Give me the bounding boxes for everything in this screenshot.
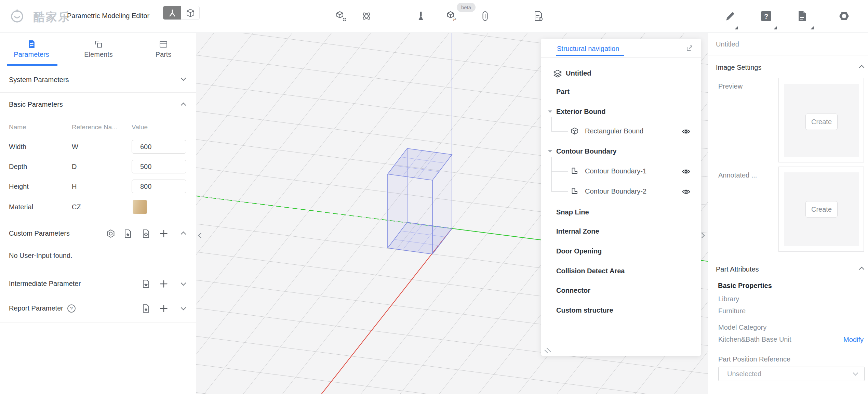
active-tab-underline bbox=[7, 64, 57, 66]
tree-item-door-opening[interactable]: Door Opening bbox=[541, 245, 701, 258]
doc-circle-icon bbox=[142, 229, 150, 238]
nut-icon bbox=[838, 11, 850, 22]
panel-resize-handle[interactable] bbox=[543, 345, 551, 355]
model-bounding-box[interactable] bbox=[388, 148, 452, 254]
tree-item-label: Connector bbox=[556, 287, 590, 294]
resize-grip-icon bbox=[543, 345, 551, 353]
parametric-mode-button[interactable] bbox=[163, 6, 181, 19]
tree-item-contour-boundary[interactable]: Contour Boundary bbox=[541, 145, 701, 158]
intermediate-favorite-doc-button[interactable] bbox=[142, 279, 150, 288]
component-library-button[interactable] bbox=[334, 9, 348, 23]
depth-value-input[interactable] bbox=[132, 160, 186, 173]
tree-item-label: Contour Boundary bbox=[556, 147, 617, 155]
right-properties-panel: Untitled Image Settings Preview Create A… bbox=[708, 33, 868, 394]
system-parameters-collapse-chevron[interactable] bbox=[181, 76, 186, 81]
left-panel-tabbar: Parameters Elements Part bbox=[0, 33, 196, 67]
document-settings-button[interactable] bbox=[532, 9, 545, 23]
part-position-reference-label: Part Position Reference bbox=[718, 355, 790, 363]
plus-icon bbox=[159, 304, 168, 313]
svg-text:?: ? bbox=[70, 306, 73, 311]
tab-parts[interactable]: Parts bbox=[139, 33, 187, 66]
report-favorite-doc-button[interactable] bbox=[142, 304, 150, 313]
custom-params-settings-button[interactable] bbox=[106, 229, 115, 238]
parametric-skeleton-icon bbox=[168, 8, 177, 18]
model-mode-button[interactable] bbox=[181, 6, 199, 19]
logo-text: 酷家乐 bbox=[34, 10, 70, 25]
custom-parameters-collapse-chevron[interactable] bbox=[181, 232, 186, 237]
height-value-input[interactable] bbox=[132, 180, 186, 193]
report-help-icon[interactable]: ? bbox=[67, 304, 76, 313]
kujiale-logo-icon[interactable] bbox=[10, 9, 25, 25]
preview-label: Preview bbox=[718, 82, 743, 90]
report-add-button[interactable] bbox=[159, 304, 168, 313]
modify-category-link[interactable]: Modify bbox=[843, 336, 864, 344]
image-settings-collapse-chevron[interactable] bbox=[859, 65, 865, 70]
tree-item-label: Rectangular Bound bbox=[585, 127, 643, 135]
tree-item-untitled[interactable]: Untitled bbox=[541, 67, 701, 80]
tree-item-snap-line[interactable]: Snap Line bbox=[541, 206, 701, 219]
part-attributes-title: Part Attributes bbox=[716, 265, 759, 273]
contour-icon bbox=[571, 187, 578, 196]
library-label: Library bbox=[718, 295, 739, 303]
visibility-eye-icon[interactable] bbox=[682, 168, 690, 176]
tree-item-connector[interactable]: Connector bbox=[541, 284, 701, 298]
intermediate-collapse-chevron[interactable] bbox=[181, 280, 186, 286]
part-position-reference-select[interactable]: Unselected bbox=[718, 367, 865, 381]
intermediate-add-button[interactable] bbox=[159, 279, 168, 288]
parts-icon bbox=[139, 40, 187, 49]
tab-elements[interactable]: Elements bbox=[75, 33, 122, 66]
material-swatch[interactable] bbox=[133, 200, 147, 214]
formula-model-button[interactable]: fx bbox=[445, 9, 459, 23]
custom-params-import-doc-button[interactable] bbox=[142, 229, 150, 238]
model-category-value: Kitchen&Bath Base Unit bbox=[718, 336, 791, 343]
tree-item-contour-boundary-2[interactable]: Contour Boundary-2 bbox=[541, 185, 701, 198]
tree-item-custom-structure[interactable]: Custom structure bbox=[541, 304, 701, 317]
param-ref: D bbox=[72, 163, 77, 171]
width-value-input[interactable] bbox=[132, 140, 186, 154]
cube-grid-icon bbox=[336, 11, 347, 22]
left-panel-collapse-handle[interactable] bbox=[196, 228, 205, 243]
cube-fx-icon: fx bbox=[446, 11, 458, 22]
dropdown-corner-icon bbox=[811, 26, 814, 29]
report-collapse-chevron[interactable] bbox=[181, 305, 186, 311]
tree-item-part[interactable]: Part bbox=[541, 85, 701, 99]
measure-tool-button[interactable] bbox=[414, 9, 428, 23]
param-ref: W bbox=[72, 143, 78, 151]
custom-params-add-button[interactable] bbox=[159, 229, 168, 238]
selected-option: Unselected bbox=[727, 370, 761, 378]
dropdown-corner-icon bbox=[774, 26, 777, 29]
create-preview-button[interactable]: Create bbox=[805, 114, 838, 130]
edit-button[interactable] bbox=[723, 9, 737, 23]
create-annotated-button[interactable]: Create bbox=[805, 201, 838, 218]
document-button[interactable] bbox=[795, 9, 809, 23]
cube-icon bbox=[186, 9, 195, 17]
param-ref: H bbox=[72, 183, 77, 191]
tab-parameters[interactable]: Parameters bbox=[8, 33, 55, 66]
part-name-field[interactable]: Untitled bbox=[716, 40, 739, 48]
part-attributes-collapse-chevron[interactable] bbox=[859, 267, 865, 272]
visibility-eye-icon[interactable] bbox=[682, 188, 690, 196]
column-header-value: Value bbox=[132, 123, 148, 131]
tree-item-exterior-bound[interactable]: Exterior Bound bbox=[541, 105, 701, 119]
annotated-image-box: Create bbox=[778, 167, 864, 252]
system-parameters-title: System Parameters bbox=[9, 76, 69, 84]
basic-parameters-collapse-chevron[interactable] bbox=[181, 103, 186, 108]
custom-params-favorite-doc-button[interactable] bbox=[123, 229, 132, 238]
height-adjust-button[interactable] bbox=[478, 9, 492, 23]
tree-item-internal-zone[interactable]: Internal Zone bbox=[541, 225, 701, 238]
tree-item-rectangular-bound[interactable]: Rectangular Bound bbox=[541, 124, 701, 138]
chevron-left-icon bbox=[198, 233, 203, 238]
assembly-relations-button[interactable] bbox=[360, 9, 373, 23]
tree-item-collision-detect-area[interactable]: Collision Detect Area bbox=[541, 264, 701, 278]
doc-star-icon bbox=[123, 229, 132, 238]
tree-expand-triangle-icon[interactable] bbox=[548, 110, 552, 113]
settings-button[interactable] bbox=[837, 9, 851, 23]
visibility-eye-icon[interactable] bbox=[682, 128, 690, 136]
help-button[interactable]: ? bbox=[759, 9, 773, 23]
tree-item-contour-boundary-1[interactable]: Contour Boundary-1 bbox=[541, 165, 701, 178]
tree-expand-triangle-icon[interactable] bbox=[548, 150, 552, 153]
tree-item-label: Door Opening bbox=[556, 247, 602, 255]
custom-params-empty-text: No User-Input found. bbox=[9, 252, 72, 260]
param-name: Width bbox=[9, 143, 26, 151]
param-name: Height bbox=[9, 183, 29, 191]
